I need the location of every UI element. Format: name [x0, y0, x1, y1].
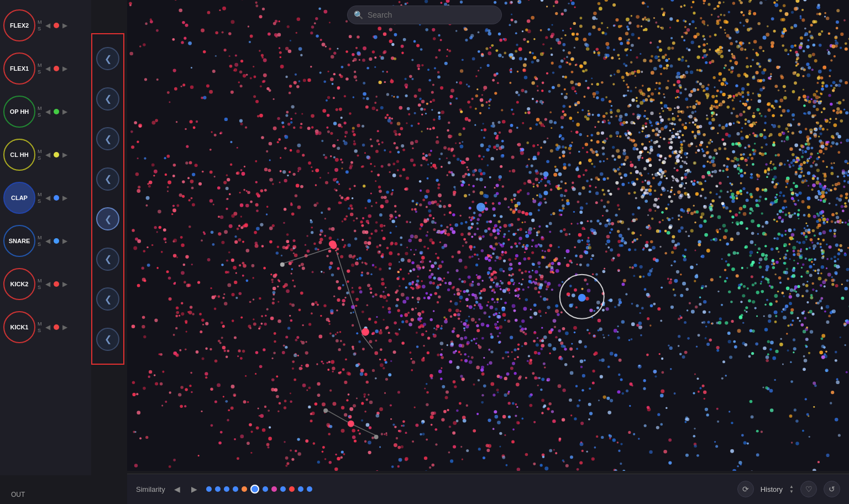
solo-btn-cl_hh[interactable]: S	[38, 155, 42, 161]
sim-dot-9[interactable]	[289, 486, 295, 492]
chevron-btn-snare[interactable]: ❮	[96, 248, 119, 271]
mute-btn-flex2[interactable]: M	[38, 19, 42, 25]
favorite-button[interactable]: ♡	[800, 481, 817, 497]
mute-btn-kick2[interactable]: M	[38, 278, 42, 284]
sim-dot-6[interactable]	[263, 486, 268, 492]
history-icon-btn[interactable]: ⟳	[737, 481, 754, 497]
track-arrow-right-flex2[interactable]: ▶	[61, 20, 69, 30]
track-arrow-left-cl_hh[interactable]: ◀	[44, 150, 51, 160]
search-input[interactable]	[347, 6, 502, 24]
search-bar: 🔍	[347, 6, 502, 24]
mute-btn-op_hh[interactable]: M	[38, 106, 42, 112]
chevron-left-icon: ❮	[104, 334, 112, 344]
track-arrow-left-clap[interactable]: ◀	[44, 193, 51, 203]
history-label: History	[761, 485, 783, 494]
sim-dot-5[interactable]	[250, 485, 259, 494]
mute-btn-cl_hh[interactable]: M	[38, 149, 42, 155]
similarity-next[interactable]: ▶	[189, 484, 200, 495]
ms-buttons-kick1: M S	[38, 321, 42, 334]
solo-btn-kick1[interactable]: S	[38, 328, 42, 334]
chevron-left-icon: ❮	[104, 54, 112, 64]
chevron-left-icon: ❮	[104, 254, 112, 264]
sim-dot-7[interactable]	[271, 486, 277, 492]
track-arrow-right-flex1[interactable]: ▶	[61, 64, 69, 74]
sim-dot-0[interactable]	[206, 486, 212, 492]
track-label-cl_hh[interactable]: CL HH	[3, 139, 35, 171]
solo-btn-flex2[interactable]: S	[38, 26, 42, 32]
chevron-btn-flex2[interactable]: ❮	[96, 47, 119, 70]
chevron-left-icon: ❮	[104, 214, 112, 224]
track-label-kick1[interactable]: KICK1	[3, 311, 35, 343]
mute-btn-snare[interactable]: M	[38, 235, 42, 241]
track-row-clap: CLAP M S ◀ ▶	[0, 177, 91, 219]
track-dot-flex1	[54, 66, 59, 71]
chevron-btn-kick2[interactable]: ❮	[96, 287, 119, 311]
chevron-left-icon: ❮	[104, 294, 112, 305]
chevron-btn-clap[interactable]: ❮	[96, 207, 119, 230]
track-arrow-right-op_hh[interactable]: ▶	[61, 107, 69, 117]
mute-btn-flex1[interactable]: M	[38, 62, 42, 69]
chevron-btn-cl_hh[interactable]: ❮	[96, 167, 119, 191]
scatter-canvas[interactable]	[127, 0, 849, 471]
track-dot-op_hh	[54, 109, 59, 114]
track-dot-cl_hh	[54, 152, 59, 158]
track-arrow-left-flex1[interactable]: ◀	[44, 64, 51, 74]
similarity-prev[interactable]: ◀	[172, 484, 182, 495]
track-label-flex1[interactable]: FLEX1	[3, 53, 35, 85]
track-row-flex1: FLEX1 M S ◀ ▶	[0, 48, 91, 90]
track-row-kick1: KICK1 M S ◀ ▶	[0, 306, 91, 348]
sim-dot-4[interactable]	[242, 486, 247, 492]
history-arrows: ▲ ▼	[789, 485, 794, 494]
solo-btn-snare[interactable]: S	[38, 242, 42, 248]
solo-btn-op_hh[interactable]: S	[38, 112, 42, 118]
sim-dot-10[interactable]	[298, 486, 303, 492]
chevron-btn-op_hh[interactable]: ❮	[96, 127, 119, 150]
mute-btn-clap[interactable]: M	[38, 192, 42, 198]
track-dot-flex2	[54, 23, 59, 28]
chevron-btn-kick1[interactable]: ❮	[96, 328, 119, 351]
similarity-dots	[206, 485, 731, 494]
sim-dot-3[interactable]	[233, 486, 238, 492]
ms-buttons-snare: M S	[38, 235, 42, 248]
solo-btn-flex1[interactable]: S	[38, 69, 42, 75]
chevron-column: ❮❮❮❮❮❮❮❮	[91, 33, 124, 365]
track-arrow-right-clap[interactable]: ▶	[61, 193, 69, 203]
track-arrow-right-kick1[interactable]: ▶	[61, 322, 69, 332]
track-arrow-right-cl_hh[interactable]: ▶	[61, 150, 69, 160]
track-row-snare: SNARE M S ◀ ▶	[0, 220, 91, 262]
mute-btn-kick1[interactable]: M	[38, 321, 42, 327]
track-row-kick2: KICK2 M S ◀ ▶	[0, 263, 91, 305]
solo-btn-kick2[interactable]: S	[38, 285, 42, 291]
track-arrow-left-kick2[interactable]: ◀	[44, 279, 51, 289]
ms-buttons-flex2: M S	[38, 19, 42, 32]
sim-dot-8[interactable]	[280, 486, 286, 492]
track-label-kick2[interactable]: KICK2	[3, 268, 35, 300]
track-label-clap[interactable]: CLAP	[3, 182, 35, 214]
sim-dot-11[interactable]	[307, 486, 312, 492]
chevron-btn-flex1[interactable]: ❮	[96, 87, 119, 111]
history-up[interactable]: ▲	[789, 485, 794, 489]
ms-buttons-op_hh: M S	[38, 106, 42, 118]
track-arrow-left-snare[interactable]: ◀	[44, 236, 51, 246]
track-arrow-right-kick2[interactable]: ▶	[61, 279, 69, 289]
chevron-left-icon: ❮	[104, 93, 112, 104]
sim-dot-1[interactable]	[215, 486, 221, 492]
chevron-left-icon: ❮	[104, 174, 112, 184]
sim-dot-2[interactable]	[224, 486, 229, 492]
track-label-op_hh[interactable]: OP HH	[3, 96, 35, 128]
track-row-op_hh: OP HH M S ◀ ▶	[0, 91, 91, 133]
history-down[interactable]: ▼	[789, 490, 794, 494]
track-dot-snare	[54, 238, 59, 244]
track-row-flex2: FLEX2 M S ◀ ▶	[0, 4, 91, 46]
chevron-left-icon: ❮	[104, 134, 112, 144]
track-dot-kick2	[54, 281, 59, 287]
track-arrow-left-op_hh[interactable]: ◀	[44, 107, 51, 117]
solo-btn-clap[interactable]: S	[38, 198, 42, 204]
track-arrow-left-kick1[interactable]: ◀	[44, 322, 51, 332]
track-arrow-left-flex2[interactable]: ◀	[44, 20, 51, 30]
track-arrow-right-snare[interactable]: ▶	[61, 236, 69, 246]
reset-button[interactable]: ↺	[824, 481, 840, 497]
track-label-snare[interactable]: SNARE	[3, 225, 35, 257]
search-icon: 🔍	[354, 11, 363, 19]
track-label-flex2[interactable]: FLEX2	[3, 9, 35, 41]
